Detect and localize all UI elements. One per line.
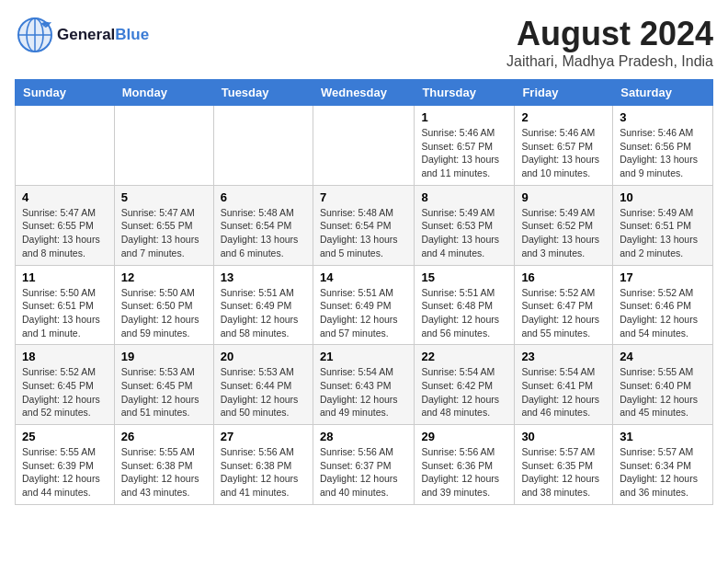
week-row-5: 25Sunrise: 5:55 AM Sunset: 6:39 PM Dayli… (16, 425, 713, 505)
calendar-cell: 1Sunrise: 5:46 AM Sunset: 6:57 PM Daylig… (415, 106, 515, 186)
day-info: Sunrise: 5:57 AM Sunset: 6:35 PM Dayligh… (521, 445, 606, 500)
day-number: 7 (320, 190, 407, 204)
day-info: Sunrise: 5:46 AM Sunset: 6:57 PM Dayligh… (421, 126, 507, 180)
calendar-cell: 13Sunrise: 5:51 AM Sunset: 6:49 PM Dayli… (213, 265, 313, 345)
day-info: Sunrise: 5:55 AM Sunset: 6:39 PM Dayligh… (22, 445, 108, 500)
day-info: Sunrise: 5:46 AM Sunset: 6:57 PM Dayligh… (521, 126, 606, 180)
header-day-tuesday: Tuesday (213, 80, 313, 106)
calendar-cell: 30Sunrise: 5:57 AM Sunset: 6:35 PM Dayli… (515, 425, 613, 505)
calendar-cell (313, 106, 414, 186)
day-info: Sunrise: 5:52 AM Sunset: 6:47 PM Dayligh… (521, 286, 606, 340)
day-number: 21 (320, 350, 407, 363)
week-row-4: 18Sunrise: 5:52 AM Sunset: 6:45 PM Dayli… (16, 345, 713, 425)
calendar-cell: 6Sunrise: 5:48 AM Sunset: 6:54 PM Daylig… (213, 185, 313, 265)
day-number: 20 (221, 350, 306, 363)
day-number: 26 (121, 430, 207, 443)
calendar-cell: 29Sunrise: 5:56 AM Sunset: 6:36 PM Dayli… (415, 425, 515, 505)
calendar-cell: 20Sunrise: 5:53 AM Sunset: 6:44 PM Dayli… (213, 345, 313, 425)
day-info: Sunrise: 5:54 AM Sunset: 6:43 PM Dayligh… (320, 365, 407, 419)
calendar-cell: 21Sunrise: 5:54 AM Sunset: 6:43 PM Dayli… (313, 345, 414, 425)
calendar-cell: 26Sunrise: 5:55 AM Sunset: 6:38 PM Dayli… (114, 425, 213, 505)
day-info: Sunrise: 5:51 AM Sunset: 6:48 PM Dayligh… (421, 286, 507, 340)
day-info: Sunrise: 5:57 AM Sunset: 6:34 PM Dayligh… (620, 445, 706, 500)
day-number: 29 (421, 430, 507, 443)
day-number: 3 (620, 110, 706, 124)
day-number: 16 (521, 270, 606, 284)
day-info: Sunrise: 5:51 AM Sunset: 6:49 PM Dayligh… (320, 286, 407, 340)
day-number: 4 (22, 190, 108, 204)
day-number: 13 (221, 270, 306, 284)
calendar-cell: 28Sunrise: 5:56 AM Sunset: 6:37 PM Dayli… (313, 425, 414, 505)
header-day-monday: Monday (114, 80, 213, 106)
day-info: Sunrise: 5:48 AM Sunset: 6:54 PM Dayligh… (320, 206, 407, 260)
day-info: Sunrise: 5:53 AM Sunset: 6:45 PM Dayligh… (121, 365, 207, 419)
day-number: 11 (22, 270, 108, 284)
calendar-cell (114, 106, 213, 186)
day-info: Sunrise: 5:55 AM Sunset: 6:40 PM Dayligh… (620, 365, 706, 419)
day-number: 1 (421, 110, 507, 124)
calendar-cell: 24Sunrise: 5:55 AM Sunset: 6:40 PM Dayli… (613, 345, 713, 425)
day-number: 2 (521, 110, 606, 124)
day-number: 27 (221, 430, 306, 443)
calendar-cell: 17Sunrise: 5:52 AM Sunset: 6:46 PM Dayli… (613, 265, 713, 345)
calendar-cell: 3Sunrise: 5:46 AM Sunset: 6:56 PM Daylig… (613, 106, 713, 186)
day-info: Sunrise: 5:54 AM Sunset: 6:41 PM Dayligh… (521, 365, 606, 419)
day-info: Sunrise: 5:53 AM Sunset: 6:44 PM Dayligh… (221, 365, 306, 419)
day-info: Sunrise: 5:55 AM Sunset: 6:38 PM Dayligh… (121, 445, 207, 500)
day-number: 12 (121, 270, 207, 284)
calendar-cell: 18Sunrise: 5:52 AM Sunset: 6:45 PM Dayli… (16, 345, 115, 425)
day-number: 22 (421, 350, 507, 363)
day-info: Sunrise: 5:48 AM Sunset: 6:54 PM Dayligh… (221, 206, 306, 260)
calendar-cell: 31Sunrise: 5:57 AM Sunset: 6:34 PM Dayli… (613, 425, 713, 505)
day-number: 18 (22, 350, 108, 363)
day-info: Sunrise: 5:47 AM Sunset: 6:55 PM Dayligh… (22, 206, 108, 260)
day-number: 19 (121, 350, 207, 363)
day-info: Sunrise: 5:56 AM Sunset: 6:38 PM Dayligh… (221, 445, 306, 500)
calendar-cell: 4Sunrise: 5:47 AM Sunset: 6:55 PM Daylig… (16, 185, 115, 265)
day-info: Sunrise: 5:56 AM Sunset: 6:37 PM Dayligh… (320, 445, 407, 500)
calendar-cell: 8Sunrise: 5:49 AM Sunset: 6:53 PM Daylig… (415, 185, 515, 265)
calendar-cell (213, 106, 313, 186)
day-info: Sunrise: 5:56 AM Sunset: 6:36 PM Dayligh… (421, 445, 507, 500)
month-year-title: August 2024 (506, 15, 713, 53)
calendar-cell: 7Sunrise: 5:48 AM Sunset: 6:54 PM Daylig… (313, 185, 414, 265)
calendar-cell: 27Sunrise: 5:56 AM Sunset: 6:38 PM Dayli… (213, 425, 313, 505)
day-number: 31 (620, 430, 706, 443)
calendar-cell: 14Sunrise: 5:51 AM Sunset: 6:49 PM Dayli… (313, 265, 414, 345)
calendar-cell: 25Sunrise: 5:55 AM Sunset: 6:39 PM Dayli… (16, 425, 115, 505)
header-day-friday: Friday (515, 80, 613, 106)
calendar-cell: 2Sunrise: 5:46 AM Sunset: 6:57 PM Daylig… (515, 106, 613, 186)
day-info: Sunrise: 5:49 AM Sunset: 6:52 PM Dayligh… (521, 206, 606, 260)
calendar-cell: 19Sunrise: 5:53 AM Sunset: 6:45 PM Dayli… (114, 345, 213, 425)
page-header: GeneralBlue August 2024 Jaithari, Madhya… (15, 15, 713, 70)
day-number: 24 (620, 350, 706, 363)
header-day-saturday: Saturday (613, 80, 713, 106)
day-info: Sunrise: 5:52 AM Sunset: 6:46 PM Dayligh… (620, 286, 706, 340)
week-row-1: 1Sunrise: 5:46 AM Sunset: 6:57 PM Daylig… (16, 106, 713, 186)
day-info: Sunrise: 5:50 AM Sunset: 6:50 PM Dayligh… (121, 286, 207, 340)
calendar-cell (16, 106, 115, 186)
day-number: 15 (421, 270, 507, 284)
day-number: 30 (521, 430, 606, 443)
calendar-cell: 10Sunrise: 5:49 AM Sunset: 6:51 PM Dayli… (613, 185, 713, 265)
header-day-sunday: Sunday (16, 80, 115, 106)
day-info: Sunrise: 5:51 AM Sunset: 6:49 PM Dayligh… (221, 286, 306, 340)
title-block: August 2024 Jaithari, Madhya Pradesh, In… (506, 15, 713, 70)
logo-general: GeneralBlue (57, 27, 149, 44)
day-number: 9 (521, 190, 606, 204)
calendar-cell: 16Sunrise: 5:52 AM Sunset: 6:47 PM Dayli… (515, 265, 613, 345)
day-info: Sunrise: 5:49 AM Sunset: 6:51 PM Dayligh… (620, 206, 706, 260)
calendar-cell: 22Sunrise: 5:54 AM Sunset: 6:42 PM Dayli… (415, 345, 515, 425)
day-info: Sunrise: 5:47 AM Sunset: 6:55 PM Dayligh… (121, 206, 207, 260)
calendar-cell: 15Sunrise: 5:51 AM Sunset: 6:48 PM Dayli… (415, 265, 515, 345)
week-row-3: 11Sunrise: 5:50 AM Sunset: 6:51 PM Dayli… (16, 265, 713, 345)
day-number: 23 (521, 350, 606, 363)
day-number: 17 (620, 270, 706, 284)
calendar-cell: 23Sunrise: 5:54 AM Sunset: 6:41 PM Dayli… (515, 345, 613, 425)
header-day-wednesday: Wednesday (313, 80, 414, 106)
day-number: 5 (121, 190, 207, 204)
day-number: 14 (320, 270, 407, 284)
calendar-cell: 11Sunrise: 5:50 AM Sunset: 6:51 PM Dayli… (16, 265, 115, 345)
calendar-cell: 9Sunrise: 5:49 AM Sunset: 6:52 PM Daylig… (515, 185, 613, 265)
day-info: Sunrise: 5:50 AM Sunset: 6:51 PM Dayligh… (22, 286, 108, 340)
